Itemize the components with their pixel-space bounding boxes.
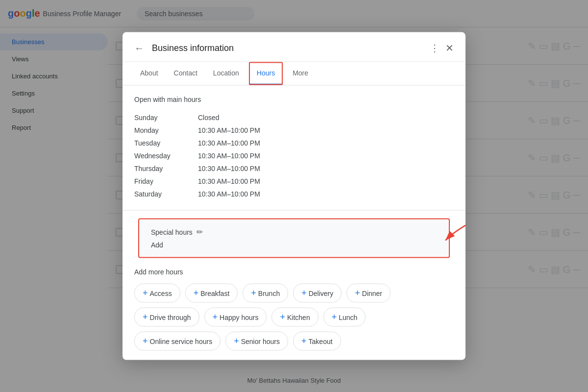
chip-lunch[interactable]: + Lunch	[323, 308, 366, 327]
day-saturday: Saturday	[134, 190, 198, 198]
time-thursday: 10:30 AM–10:00 PM	[198, 165, 260, 172]
chip-kitchen[interactable]: + Kitchen	[271, 308, 318, 327]
hours-row-saturday: Saturday 10:30 AM–10:00 PM	[134, 188, 454, 200]
add-more-title: Add more hours	[134, 268, 454, 276]
tab-about[interactable]: About	[134, 62, 164, 85]
day-thursday: Thursday	[134, 165, 198, 172]
chip-dinner-label: Dinner	[362, 289, 382, 297]
plus-icon-takeout: +	[301, 336, 307, 346]
dialog-title: Business information	[152, 43, 430, 53]
time-tuesday: 10:30 AM–10:00 PM	[198, 139, 260, 147]
day-tuesday: Tuesday	[134, 139, 198, 147]
chip-delivery[interactable]: + Delivery	[293, 284, 342, 303]
annotation-arrow	[443, 214, 466, 253]
plus-icon-drive-through: +	[143, 312, 148, 322]
day-wednesday: Wednesday	[134, 152, 198, 160]
special-hours-header: Special hours ✏	[151, 227, 437, 237]
dialog-header: ← Business information ⋮ ✕	[122, 32, 466, 62]
chip-access-label: Access	[150, 289, 172, 297]
chip-senior-hours[interactable]: + Senior hours	[225, 332, 288, 351]
tab-location[interactable]: Location	[207, 62, 245, 85]
chip-drive-through-label: Drive through	[150, 313, 191, 321]
special-hours-title: Special hours	[151, 228, 193, 236]
business-info-dialog: ← Business information ⋮ ✕ About Contact…	[122, 32, 466, 360]
plus-icon-access: +	[143, 288, 148, 298]
plus-icon-happy-hours: +	[213, 312, 218, 322]
hours-row-sunday: Sunday Closed	[134, 111, 454, 124]
hours-row-thursday: Thursday 10:30 AM–10:00 PM	[134, 162, 454, 175]
chip-breakfast[interactable]: + Breakfast	[185, 284, 238, 303]
chip-dinner[interactable]: + Dinner	[346, 284, 391, 303]
plus-icon-online-service-hours: +	[143, 336, 148, 346]
dialog-content: Open with main hours Sunday Closed Monda…	[122, 86, 466, 360]
main-hours-section: Open with main hours Sunday Closed Monda…	[122, 86, 466, 211]
chip-happy-hours[interactable]: + Happy hours	[204, 308, 267, 327]
plus-icon-kitchen: +	[280, 312, 285, 322]
chips-row-1: + Access + Breakfast + Brunch + Delivery…	[134, 284, 454, 303]
plus-icon-dinner: +	[355, 288, 360, 298]
day-sunday: Sunday	[134, 114, 198, 122]
chip-lunch-label: Lunch	[339, 313, 357, 321]
chip-brunch-label: Brunch	[258, 289, 280, 297]
tab-hours[interactable]: Hours	[249, 62, 283, 85]
close-button[interactable]: ✕	[445, 42, 454, 54]
open-status-label: Open with main hours	[134, 96, 454, 103]
hours-row-wednesday: Wednesday 10:30 AM–10:00 PM	[134, 149, 454, 162]
add-more-hours-section: Add more hours + Access + Breakfast + Br…	[122, 258, 466, 360]
plus-icon-lunch: +	[332, 312, 337, 322]
chip-delivery-label: Delivery	[309, 289, 334, 297]
chip-happy-hours-label: Happy hours	[220, 313, 258, 321]
chip-online-service-hours[interactable]: + Online service hours	[134, 332, 220, 351]
tab-contact[interactable]: Contact	[168, 62, 203, 85]
plus-icon-senior-hours: +	[234, 336, 239, 346]
add-special-hours-link[interactable]: Add	[151, 241, 163, 249]
chip-brunch[interactable]: + Brunch	[243, 284, 288, 303]
chip-kitchen-label: Kitchen	[287, 313, 310, 321]
chip-senior-hours-label: Senior hours	[241, 337, 280, 345]
special-hours-section: Special hours ✏ Add	[138, 219, 450, 258]
chip-drive-through[interactable]: + Drive through	[134, 308, 199, 327]
chip-takeout[interactable]: + Takeout	[293, 332, 341, 351]
edit-special-hours-icon[interactable]: ✏	[196, 227, 203, 237]
hours-row-monday: Monday 10:30 AM–10:00 PM	[134, 124, 454, 137]
more-options-button[interactable]: ⋮	[430, 42, 440, 54]
hours-row-tuesday: Tuesday 10:30 AM–10:00 PM	[134, 137, 454, 149]
day-friday: Friday	[134, 177, 198, 185]
chip-takeout-label: Takeout	[309, 337, 333, 345]
day-monday: Monday	[134, 126, 198, 134]
time-sunday: Closed	[198, 114, 220, 122]
tab-more[interactable]: More	[287, 62, 314, 85]
time-saturday: 10:30 AM–10:00 PM	[198, 190, 260, 198]
plus-icon-breakfast: +	[194, 288, 199, 298]
back-button[interactable]: ←	[134, 42, 144, 53]
chips-row-3: + Online service hours + Senior hours + …	[134, 332, 454, 351]
chip-access[interactable]: + Access	[134, 284, 180, 303]
chip-online-service-hours-label: Online service hours	[150, 337, 213, 345]
dialog-tabs: About Contact Location Hours More	[122, 62, 466, 86]
chip-breakfast-label: Breakfast	[200, 289, 229, 297]
plus-icon-brunch: +	[251, 288, 256, 298]
time-friday: 10:30 AM–10:00 PM	[198, 177, 260, 185]
time-wednesday: 10:30 AM–10:00 PM	[198, 152, 260, 160]
plus-icon-delivery: +	[301, 288, 307, 298]
hours-row-friday: Friday 10:30 AM–10:00 PM	[134, 175, 454, 188]
time-monday: 10:30 AM–10:00 PM	[198, 126, 260, 134]
chips-row-2: + Drive through + Happy hours + Kitchen …	[134, 308, 454, 327]
